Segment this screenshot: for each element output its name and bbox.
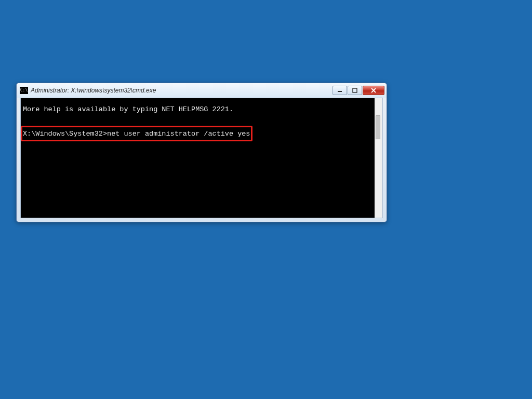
terminal-prompt-line: X:\Windows\System32>net user administrat… [23, 128, 373, 140]
cmd-icon-label: C:\ [20, 88, 28, 92]
client-area: More help is available by typing NET HEL… [20, 98, 383, 218]
terminal-blank-line [23, 116, 373, 128]
window-title: Administrator: X:\windows\system32\cmd.e… [31, 87, 332, 94]
scrollbar-thumb[interactable] [376, 115, 380, 139]
close-button[interactable] [363, 86, 384, 95]
terminal-output-line: More help is available by typing NET HEL… [23, 103, 373, 116]
svg-rect-1 [353, 88, 357, 92]
cmd-window: C:\ Administrator: X:\windows\system32\c… [16, 83, 387, 222]
maximize-icon [352, 88, 357, 93]
minimize-button[interactable] [332, 86, 347, 95]
cmd-icon: C:\ [20, 87, 28, 94]
minimize-icon [337, 88, 342, 93]
terminal-prompt: X:\Windows\System32> [23, 130, 107, 138]
svg-rect-0 [338, 91, 342, 92]
vertical-scrollbar[interactable] [375, 98, 382, 218]
titlebar[interactable]: C:\ Administrator: X:\windows\system32\c… [17, 83, 387, 98]
terminal[interactable]: More help is available by typing NET HEL… [21, 98, 375, 218]
close-icon [370, 88, 377, 93]
window-controls [332, 86, 384, 95]
maximize-button[interactable] [348, 86, 362, 95]
terminal-command: net user administrator /active yes [107, 130, 250, 138]
